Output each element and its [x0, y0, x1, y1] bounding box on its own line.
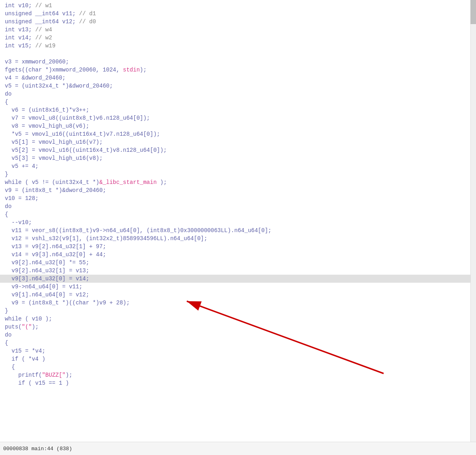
code-line: v3 = xmmword_20060;: [0, 58, 476, 66]
code-line: v14 = v9[3].n64_u32[0] + 44;: [0, 251, 476, 259]
code-line: v9[3].n64_u32[0] = v14;: [0, 275, 476, 283]
code-line: --v10;: [0, 218, 476, 226]
code-line: unsigned __int64 v11; // d1: [0, 10, 476, 18]
code-line: v9[2].n64_u32[0] *= 55;: [0, 259, 476, 267]
code-line: int v15; // w19: [0, 42, 476, 50]
code-line: v5[3] = vmovl_high_u16(v8);: [0, 154, 476, 162]
code-line: {: [0, 339, 476, 347]
code-line: if ( *v4 ): [0, 355, 476, 363]
status-bar: 00000838 main:44 (838): [0, 442, 476, 455]
code-line: v15 = *v4;: [0, 347, 476, 355]
code-line: while ( v10 );: [0, 315, 476, 323]
code-line: v7 = vmovl_u8((uint8x8_t)v6.n128_u64[0])…: [0, 114, 476, 122]
scrollbar-thumb[interactable]: [470, 0, 476, 24]
status-text: 00000838 main:44 (838): [3, 446, 72, 452]
code-line: }: [0, 170, 476, 178]
code-line: v4 = &dword_20460;: [0, 74, 476, 82]
code-area: int v10; // w1unsigned __int64 v11; // d…: [0, 0, 476, 389]
code-line: fgets((char *)xmmword_20060, 1024, stdin…: [0, 66, 476, 74]
code-line: }: [0, 307, 476, 315]
code-line: int v13; // w4: [0, 26, 476, 34]
code-line: *v5 = vmovl_u16((uint16x4_t)v7.n128_u64[…: [0, 130, 476, 138]
code-line: v5 += 4;: [0, 162, 476, 170]
code-line: {: [0, 98, 476, 106]
code-line: v5[1] = vmovl_high_u16(v7);: [0, 138, 476, 146]
code-line: v5[2] = vmovl_u16((uint16x4_t)v8.n128_u6…: [0, 146, 476, 154]
code-line: v9[1].n64_u64[0] = v12;: [0, 291, 476, 299]
code-line: do: [0, 202, 476, 210]
code-line: v8 = vmovl_high_u8(v6);: [0, 122, 476, 130]
code-line: printf("BUZZ[");: [0, 371, 476, 379]
code-line: v6 = (uint8x16_t)*v3++;: [0, 106, 476, 114]
scrollbar[interactable]: [470, 0, 476, 442]
code-line: while ( v5 != (uint32x4_t *)&_libc_start…: [0, 178, 476, 186]
code-line: {: [0, 363, 476, 371]
code-line: [0, 50, 476, 58]
code-line: v5 = (uint32x4_t *)&dword_20460;: [0, 82, 476, 90]
code-line: v10 = 128;: [0, 194, 476, 202]
code-line: v11 = veor_s8((int8x8_t)v9->n64_u64[0], …: [0, 226, 476, 235]
code-line: puts("(");: [0, 323, 476, 331]
code-line: v9 = (int8x8_t *)&dword_20460;: [0, 186, 476, 194]
code-line: v9->n64_u64[0] = v11;: [0, 283, 476, 291]
code-line: v9 = (int8x8_t *)((char *)v9 + 28);: [0, 299, 476, 307]
code-line: int v10; // w1: [0, 2, 476, 10]
code-line: v12 = vshl_s32(v9[1], (int32x2_t)8589934…: [0, 235, 476, 243]
code-line: {: [0, 210, 476, 218]
code-container: int v10; // w1unsigned __int64 v11; // d…: [0, 0, 476, 442]
code-line: do: [0, 331, 476, 339]
code-line: unsigned __int64 v12; // d0: [0, 18, 476, 26]
code-line: v13 = v9[2].n64_u32[1] + 97;: [0, 243, 476, 251]
code-line: do: [0, 90, 476, 98]
code-line: int v14; // w2: [0, 34, 476, 42]
code-line: if ( v15 == 1 ): [0, 379, 476, 387]
code-line: v9[2].n64_u32[1] = v13;: [0, 267, 476, 275]
